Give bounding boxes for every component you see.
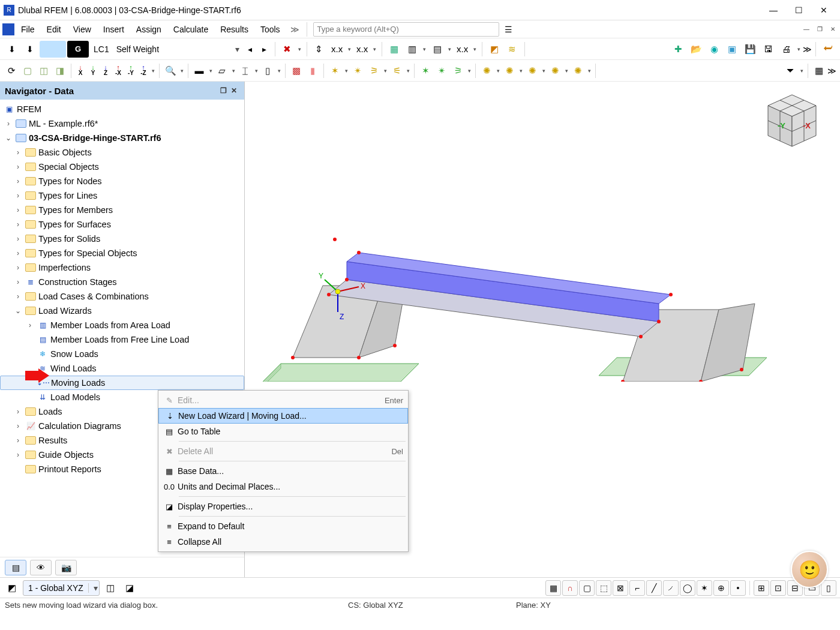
load-free3-icon[interactable]: ⚞ bbox=[450, 62, 466, 79]
collapse-icon[interactable]: ⌄ bbox=[4, 134, 13, 142]
mesh-refine-icon[interactable]: ▩ bbox=[289, 62, 304, 79]
load-free2-icon[interactable]: ✴ bbox=[434, 62, 449, 79]
tree-file[interactable]: › ML - Example.rf6* bbox=[0, 116, 244, 131]
dropdown-icon[interactable]: ▾ bbox=[563, 68, 569, 74]
osnap-node-icon[interactable]: • bbox=[730, 580, 746, 596]
dropdown-icon[interactable]: ▾ bbox=[799, 68, 805, 74]
snap-rect-icon[interactable]: ▢ bbox=[579, 580, 595, 596]
coord-system-combo[interactable]: 1 - Global XYZ ▾ bbox=[23, 580, 100, 596]
print-icon[interactable]: 🖨 bbox=[778, 41, 794, 58]
expand-icon[interactable]: › bbox=[13, 177, 23, 185]
result-beam-icon[interactable]: ≋ bbox=[504, 41, 521, 58]
collapse-icon[interactable]: ⌄ bbox=[13, 307, 23, 315]
expand-icon[interactable]: › bbox=[4, 119, 13, 128]
value-label-icon[interactable]: x.x bbox=[454, 41, 471, 58]
tree-item[interactable]: ❄ Snow Loads bbox=[0, 347, 244, 361]
mesh-icon[interactable]: ▮ bbox=[305, 62, 320, 79]
menu-results[interactable]: Results bbox=[215, 22, 254, 37]
undock-icon[interactable]: ❐ bbox=[218, 86, 229, 95]
menu-calculate[interactable]: Calculate bbox=[168, 22, 214, 37]
view-z-icon[interactable]: ↓Z bbox=[100, 63, 112, 79]
load-line-icon[interactable]: ✴ bbox=[350, 62, 365, 79]
search-input[interactable]: Type a keyword (Alt+Q) bbox=[313, 22, 499, 37]
load-set5-icon[interactable]: ✺ bbox=[570, 62, 586, 79]
view-neg-y-icon[interactable]: ↑-Y bbox=[125, 63, 137, 79]
tree-group[interactable]: ›Basic Objects bbox=[0, 145, 244, 160]
expand-icon[interactable]: › bbox=[13, 451, 23, 459]
context-item[interactable]: 0.0Units and Decimal Places... bbox=[158, 479, 408, 494]
context-item[interactable]: ≡Collapse All bbox=[158, 534, 408, 550]
osnap-perp-icon[interactable]: ⌐ bbox=[629, 580, 645, 596]
dropdown-icon[interactable]: ▾ bbox=[422, 46, 428, 52]
expand-icon[interactable]: › bbox=[13, 436, 23, 445]
menu-view[interactable]: View bbox=[68, 22, 97, 37]
guide5-icon[interactable]: ▯ bbox=[821, 580, 836, 596]
delete-load-icon[interactable]: ✖ bbox=[279, 41, 296, 58]
guide2-icon[interactable]: ⊡ bbox=[770, 580, 786, 596]
load-member-icon[interactable]: ⚞ bbox=[366, 62, 382, 79]
nav-tab-views[interactable]: 📷 bbox=[55, 560, 77, 575]
menu-file[interactable]: File bbox=[16, 22, 40, 37]
load-surface-icon[interactable]: ⚟ bbox=[389, 62, 404, 79]
box1-icon[interactable]: ▢ bbox=[20, 62, 35, 79]
dropdown-icon[interactable]: ▾ bbox=[276, 68, 282, 74]
expand-icon[interactable]: › bbox=[13, 191, 23, 200]
expand-icon[interactable]: › bbox=[25, 321, 35, 329]
arrow-down-icon[interactable]: ⬇ bbox=[4, 41, 20, 58]
menu-edit[interactable]: Edit bbox=[41, 22, 67, 37]
zoom-icon[interactable]: 🔍 bbox=[163, 62, 178, 79]
iso-icon[interactable]: ▥ bbox=[404, 41, 421, 58]
view-x-icon[interactable]: ↓X bbox=[74, 63, 86, 79]
expand-icon[interactable]: › bbox=[13, 220, 23, 229]
close-panel-icon[interactable]: ✕ bbox=[229, 86, 239, 95]
box2-icon[interactable]: ◫ bbox=[36, 62, 52, 79]
support-icon[interactable]: ⌶ bbox=[237, 62, 253, 79]
refresh-view-icon[interactable]: ⟳ bbox=[4, 62, 19, 79]
dimension-icon[interactable]: ⇕ bbox=[311, 41, 328, 58]
menu-overflow-icon[interactable]: ≫ bbox=[287, 25, 303, 34]
expand-icon[interactable]: › bbox=[13, 163, 23, 171]
dropdown-icon[interactable]: ▾ bbox=[253, 68, 259, 74]
dropdown-icon[interactable]: ▾ bbox=[796, 46, 802, 52]
grid-panel-icon[interactable]: ▦ bbox=[811, 62, 827, 79]
section-view-icon[interactable]: ▯ bbox=[260, 62, 275, 79]
dropdown-icon[interactable]: ▾ bbox=[472, 46, 478, 52]
osnap-circle-icon[interactable]: ◯ bbox=[680, 580, 695, 596]
snap-magnet-icon[interactable]: ∩ bbox=[562, 580, 578, 596]
save-icon[interactable]: 💾 bbox=[742, 41, 758, 58]
menu-insert[interactable]: Insert bbox=[98, 22, 130, 37]
context-item[interactable]: ⇣New Load Wizard | Moving Load... bbox=[158, 408, 408, 424]
plane-xy-icon[interactable]: ◫ bbox=[102, 580, 119, 596]
view-cube[interactable]: -Y -X bbox=[756, 89, 828, 155]
nav-tab-data[interactable]: ▤ bbox=[5, 560, 26, 575]
app-menu-icon[interactable] bbox=[2, 23, 14, 35]
guide1-icon[interactable]: ⊞ bbox=[754, 580, 769, 596]
box3-icon[interactable]: ◨ bbox=[52, 62, 68, 79]
dropdown-icon[interactable]: ▾ bbox=[372, 46, 378, 52]
osnap-mid-icon[interactable]: ⟋ bbox=[663, 580, 679, 596]
tree-item[interactable]: ▤ Member Loads from Free Line Load bbox=[0, 332, 244, 347]
osnap-center-icon[interactable]: ⊕ bbox=[713, 580, 729, 596]
next-loadcase-button[interactable]: ▸ bbox=[258, 41, 271, 57]
dropdown-icon[interactable]: ▾ bbox=[518, 68, 524, 74]
toolbar-overflow-icon[interactable]: ≫ bbox=[827, 66, 836, 76]
mdi-minimize-icon[interactable]: — bbox=[802, 25, 811, 34]
save-as-icon[interactable]: 🖫 bbox=[760, 41, 776, 58]
tree-group[interactable]: ›Types for Surfaces bbox=[0, 217, 244, 232]
loadcase-combo[interactable]: LC1 Self Weight ▾ bbox=[90, 41, 242, 57]
tree-group[interactable]: ›Types for Nodes bbox=[0, 174, 244, 188]
dropdown-icon[interactable]: ▾ bbox=[297, 46, 303, 52]
toolbar-overflow-icon[interactable]: ≫ bbox=[803, 44, 812, 54]
workplane-icon[interactable]: ◩ bbox=[4, 580, 20, 596]
expand-icon[interactable]: › bbox=[13, 292, 23, 301]
dropdown-icon[interactable]: ▾ bbox=[208, 68, 214, 74]
annotation2-icon[interactable]: x.x bbox=[354, 41, 371, 58]
search-options-icon[interactable]: ☰ bbox=[500, 21, 517, 38]
lc-category[interactable]: G bbox=[67, 41, 89, 58]
expand-icon[interactable]: › bbox=[13, 407, 23, 416]
chevron-down-icon[interactable]: ▾ bbox=[233, 44, 242, 54]
view-y-icon[interactable]: ↓Y bbox=[87, 63, 99, 79]
tree-file-active[interactable]: ⌄ 03-CSA-Bridge-Hinge-START.rf6 bbox=[0, 131, 244, 145]
expand-icon[interactable]: › bbox=[13, 422, 23, 430]
wire-icon[interactable]: ▱ bbox=[214, 62, 230, 79]
